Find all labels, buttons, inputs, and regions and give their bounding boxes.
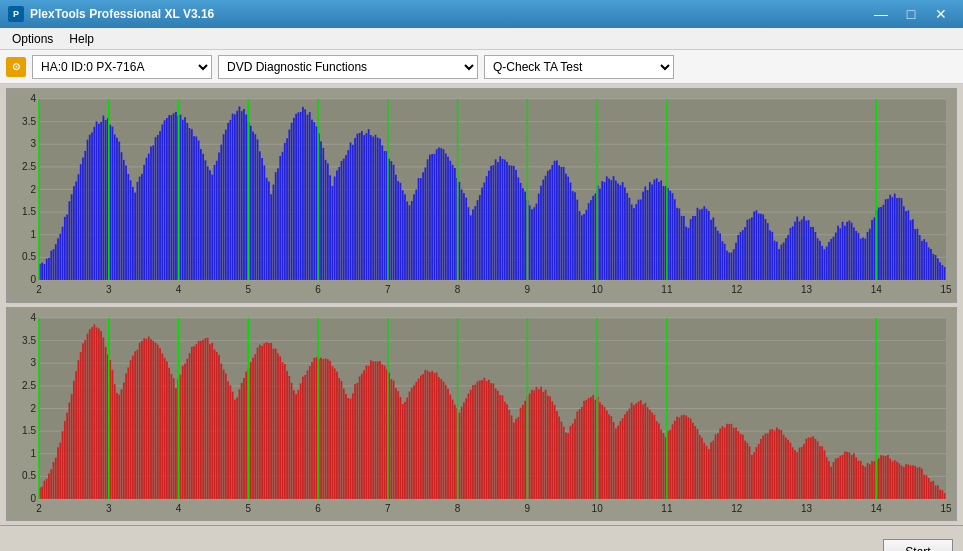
bottom-chart xyxy=(7,308,956,521)
start-button[interactable]: Start xyxy=(883,539,953,552)
menu-help[interactable]: Help xyxy=(61,30,102,48)
bottom-chart-container xyxy=(6,307,957,522)
top-chart-container xyxy=(6,88,957,303)
titlebar-left: P PlexTools Professional XL V3.16 xyxy=(8,6,214,22)
drive-select[interactable]: HA:0 ID:0 PX-716A xyxy=(32,55,212,79)
top-chart xyxy=(7,89,956,302)
maximize-button[interactable]: □ xyxy=(897,4,925,24)
app-icon: P xyxy=(8,6,24,22)
menu-options[interactable]: Options xyxy=(4,30,61,48)
test-select[interactable]: Q-Check TA Test xyxy=(484,55,674,79)
titlebar-controls[interactable]: — □ ✕ xyxy=(867,4,955,24)
start-area: Start i xyxy=(883,539,953,552)
drive-icon: ⊙ xyxy=(6,57,26,77)
main-content xyxy=(0,84,963,525)
menubar: Options Help xyxy=(0,28,963,50)
titlebar: P PlexTools Professional XL V3.16 — □ ✕ xyxy=(0,0,963,28)
app-title: PlexTools Professional XL V3.16 xyxy=(30,7,214,21)
minimize-button[interactable]: — xyxy=(867,4,895,24)
close-button[interactable]: ✕ xyxy=(927,4,955,24)
toolbar: ⊙ HA:0 ID:0 PX-716A DVD Diagnostic Funct… xyxy=(0,50,963,84)
function-select[interactable]: DVD Diagnostic Functions xyxy=(218,55,478,79)
bottom-panel: Jitter: 1 Peak Shift: xyxy=(0,525,963,551)
